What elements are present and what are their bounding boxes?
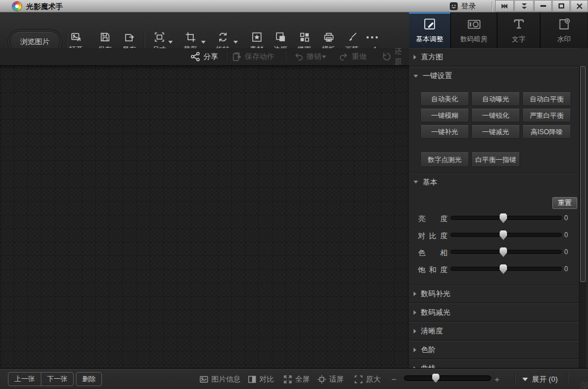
hue-label: 色相 <box>418 248 448 258</box>
app-title: 光影魔术手 <box>26 2 63 12</box>
border-frame-icon <box>275 31 287 43</box>
contrast-value: 0 <box>564 231 576 239</box>
image-info-icon <box>199 375 208 384</box>
panel-scrollbar[interactable] <box>579 66 586 368</box>
image-info-label: 图片信息 <box>211 374 241 384</box>
collage-grid-icon <box>299 31 310 43</box>
auto-white-balance-button[interactable]: 自动白平衡 <box>522 92 571 106</box>
basic-adjust-icon <box>423 17 437 32</box>
undo-dropdown-arrow[interactable] <box>322 55 326 58</box>
panel-scrollbar-thumb[interactable] <box>580 66 586 282</box>
redo-icon <box>339 52 349 62</box>
section-curves[interactable]: 曲线 <box>409 360 579 368</box>
brightness-slider-handle[interactable] <box>500 213 507 223</box>
fit-screen-label: 适屏 <box>329 374 344 384</box>
section-clarity[interactable]: 清晰度 <box>409 322 579 340</box>
minimize-button[interactable] <box>534 0 552 12</box>
contrast-slider[interactable] <box>450 233 562 237</box>
white-balance-one-touch-button[interactable]: 白平衡一指键 <box>471 152 520 167</box>
tab-digital-darkroom[interactable]: 数码暗房 <box>450 12 497 48</box>
save-action-button[interactable]: 保存动作 <box>232 48 274 65</box>
minimize-icon <box>540 5 546 7</box>
section-histogram[interactable]: 直方图 <box>409 48 579 66</box>
hue-slider-handle[interactable] <box>500 247 507 257</box>
nav-button-group: 上一张 下一张 <box>8 372 74 386</box>
crop-dropdown-arrow[interactable] <box>201 41 206 44</box>
section-basic[interactable]: 基本 <box>409 173 579 191</box>
auto-exposure-button[interactable]: 自动曝光 <box>471 92 520 106</box>
skin-button[interactable] <box>495 0 514 12</box>
open-icon <box>70 31 82 43</box>
undo-button[interactable]: 撤销 <box>293 48 321 65</box>
redo-button[interactable]: 重做 <box>339 48 367 65</box>
section-onekey[interactable]: 一键设置 <box>409 67 579 85</box>
brush-icon <box>346 31 358 43</box>
brightness-slider[interactable] <box>450 216 562 220</box>
restore-icon <box>382 52 392 62</box>
saturation-slider[interactable] <box>450 267 562 271</box>
app-logo-icon <box>12 2 22 11</box>
image-canvas[interactable] <box>0 65 409 368</box>
severe-white-balance-button[interactable]: 严重白平衡 <box>522 109 571 122</box>
tab-text[interactable]: 文字 <box>497 12 540 48</box>
save-icon <box>99 31 111 43</box>
zoom-in-button[interactable]: + <box>495 369 500 389</box>
delete-button[interactable]: 删除 <box>76 372 102 386</box>
resize-dropdown-arrow[interactable] <box>168 41 173 44</box>
compare-label: 对比 <box>259 374 274 384</box>
maximize-icon <box>559 3 564 8</box>
resize-icon <box>154 31 165 43</box>
section-levels[interactable]: 色阶 <box>409 341 579 359</box>
original-size-button[interactable]: 原大 <box>354 369 381 389</box>
section-digital-dim-light[interactable]: 数码减光 <box>409 303 579 322</box>
fit-screen-icon <box>317 375 326 384</box>
section-onekey-label: 一键设置 <box>423 71 452 81</box>
expand-panel-button[interactable]: 展开 (0) <box>522 369 558 389</box>
fullscreen-label: 全屏 <box>295 374 310 384</box>
section-digital-fill-light[interactable]: 数码补光 <box>409 285 579 303</box>
expand-arrow-icon <box>522 378 528 381</box>
zoom-out-button[interactable]: − <box>391 369 397 389</box>
darkroom-camera-icon <box>467 17 482 32</box>
rotate-dropdown-arrow[interactable] <box>233 41 238 44</box>
one-key-blur-button[interactable]: 一键模糊 <box>420 109 469 122</box>
fit-screen-button[interactable]: 适屏 <box>317 369 344 389</box>
collapsed-arrow-icon <box>414 55 416 59</box>
auto-beautify-button[interactable]: 自动美化 <box>420 92 469 106</box>
crop-icon <box>185 31 197 43</box>
reset-button[interactable]: 重置 <box>552 197 577 209</box>
saturation-value: 0 <box>564 265 576 273</box>
one-key-fill-light-button[interactable]: 一键补光 <box>420 125 469 139</box>
contrast-slider-handle[interactable] <box>500 230 507 240</box>
high-iso-denoise-button[interactable]: 高ISO降噪 <box>522 125 571 139</box>
resize-grip[interactable] <box>581 382 587 388</box>
image-info-button[interactable]: 图片信息 <box>199 369 241 389</box>
tab-basic-adjust[interactable]: 基本调整 <box>409 12 450 48</box>
close-icon <box>576 3 583 10</box>
main-menu-button[interactable] <box>514 0 534 12</box>
compare-button[interactable]: 对比 <box>248 369 274 389</box>
close-button[interactable] <box>570 0 588 12</box>
zoom-slider[interactable] <box>404 375 491 381</box>
section-digital-dim-light-label: 数码减光 <box>421 307 450 318</box>
maximize-button[interactable] <box>552 0 570 12</box>
digital-spot-metering-button[interactable]: 数字点测光 <box>420 152 469 167</box>
one-key-dim-light-button[interactable]: 一键减光 <box>471 125 520 139</box>
fullscreen-button[interactable]: 全屏 <box>283 369 310 389</box>
saturation-slider-handle[interactable] <box>500 264 507 274</box>
one-key-sharpen-button[interactable]: 一键锐化 <box>471 109 520 122</box>
login-button[interactable]: 登录 <box>449 1 476 11</box>
collapsed-arrow-icon <box>414 292 416 296</box>
statusbar-separator <box>514 373 515 385</box>
tab-watermark-label: 水印 <box>557 35 571 44</box>
next-image-button[interactable]: 下一张 <box>41 373 73 386</box>
previous-image-button[interactable]: 上一张 <box>8 373 41 386</box>
text-T-icon <box>512 17 526 32</box>
statusbar-separator <box>567 373 568 385</box>
brightness-slider-row: 亮度 0 <box>409 210 579 226</box>
hue-slider[interactable] <box>450 250 562 254</box>
restore-button[interactable]: 还原 <box>382 48 409 65</box>
share-button[interactable]: 分享 <box>190 48 218 65</box>
tab-watermark[interactable]: 水印 <box>540 12 587 48</box>
save-as-icon <box>123 31 135 43</box>
